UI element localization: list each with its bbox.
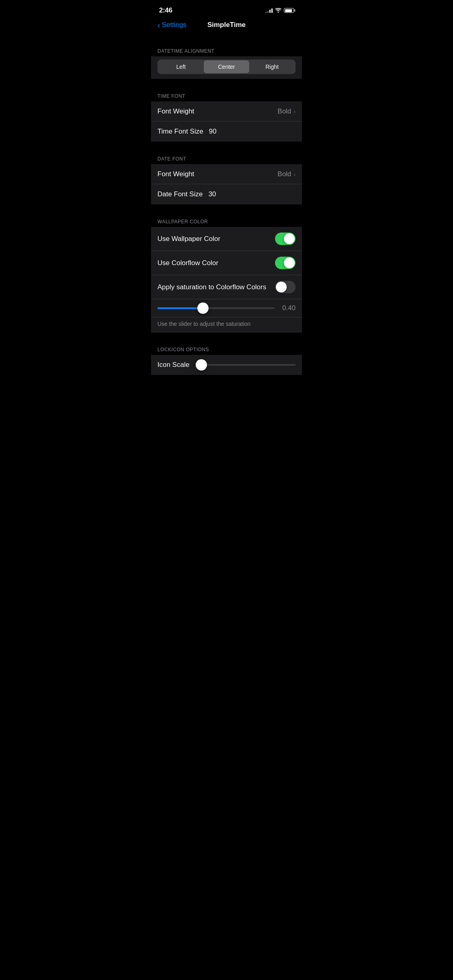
time-font-weight-row[interactable]: Font Weight Bold ›: [151, 101, 302, 121]
spacer-4: [151, 204, 302, 212]
toggle-thumb: [284, 233, 295, 244]
spacer-5: [151, 332, 302, 340]
alignment-segment-control[interactable]: Left Center Right: [157, 60, 296, 74]
date-font-size-label: Date Font Size 30: [157, 190, 216, 198]
nav-bar: ‹ Settings SimpleTime: [151, 18, 302, 34]
back-label: Settings: [162, 21, 186, 29]
signal-icon: [265, 8, 273, 13]
use-colorflow-row: Use Colorflow Color: [151, 251, 302, 275]
icon-scale-thumb[interactable]: [196, 359, 207, 371]
datetime-alignment-group: Left Center Right: [151, 56, 302, 79]
chevron-right-icon: ›: [294, 108, 296, 115]
page-title: SimpleTime: [207, 21, 246, 29]
icon-scale-row: Icon Scale: [151, 355, 302, 375]
wallpaper-color-group: Use Wallpaper Color Use Colorflow Color …: [151, 227, 302, 332]
back-button[interactable]: ‹ Settings: [157, 21, 186, 29]
spacer-3: [151, 142, 302, 150]
saturation-slider-fill: [157, 307, 202, 309]
time-font-group: Font Weight Bold › Time Font Size 90: [151, 101, 302, 142]
icon-scale-slider[interactable]: [199, 364, 296, 366]
status-bar: 2:46: [151, 0, 302, 18]
lockicon-options-group: Icon Scale: [151, 355, 302, 375]
saturation-slider-track[interactable]: [157, 307, 275, 309]
saturation-slider-thumb[interactable]: [197, 303, 209, 314]
alignment-right-option[interactable]: Right: [249, 60, 295, 73]
apply-saturation-toggle[interactable]: [275, 281, 296, 293]
date-font-group: Font Weight Bold › Date Font Size 30: [151, 164, 302, 204]
use-wallpaper-row: Use Wallpaper Color: [151, 227, 302, 251]
chevron-right-icon-2: ›: [294, 171, 296, 177]
spacer-1: [151, 34, 302, 42]
use-colorflow-label: Use Colorflow Color: [157, 259, 218, 267]
date-font-header: DATE FONT: [151, 150, 302, 164]
use-colorflow-toggle[interactable]: [275, 257, 296, 269]
saturation-slider-hint: Use the slider to adjust the saturation: [151, 317, 302, 332]
lockicon-options-header: LOCKICON OPTIONS: [151, 340, 302, 355]
time-font-size-row: Time Font Size 90: [151, 121, 302, 142]
time-font-header: TIME FONT: [151, 87, 302, 101]
alignment-center-option[interactable]: Center: [204, 60, 249, 73]
battery-icon: [284, 8, 294, 13]
date-font-weight-label: Font Weight: [157, 170, 194, 178]
status-icons: [265, 8, 294, 13]
datetime-alignment-header: DATETIME ALIGNMENT: [151, 42, 302, 56]
wifi-icon: [275, 8, 281, 13]
use-wallpaper-label: Use Wallpaper Color: [157, 235, 220, 243]
time-font-weight-value: Bold ›: [277, 107, 296, 115]
use-wallpaper-toggle[interactable]: [275, 233, 296, 245]
icon-scale-track: [199, 364, 296, 366]
saturation-slider-value: 0.40: [279, 304, 296, 312]
saturation-slider-container: 0.40: [157, 304, 296, 312]
icon-scale-label: Icon Scale: [157, 361, 194, 369]
date-font-weight-value: Bold ›: [277, 170, 296, 178]
spacer-2: [151, 79, 302, 87]
time-font-size-label: Time Font Size 90: [157, 128, 217, 136]
date-font-weight-row[interactable]: Font Weight Bold ›: [151, 164, 302, 184]
back-chevron-icon: ‹: [157, 21, 160, 29]
wallpaper-color-header: WALLPAPER COLOR: [151, 212, 302, 227]
status-time: 2:46: [159, 6, 172, 14]
date-font-size-row: Date Font Size 30: [151, 184, 302, 204]
time-font-weight-label: Font Weight: [157, 107, 194, 115]
toggle-thumb-3: [276, 282, 287, 292]
toggle-thumb-2: [284, 257, 295, 268]
apply-saturation-row: Apply saturation to Colorflow Colors: [151, 275, 302, 299]
apply-saturation-label: Apply saturation to Colorflow Colors: [157, 283, 266, 291]
svg-point-0: [278, 12, 279, 13]
alignment-left-option[interactable]: Left: [158, 60, 204, 73]
saturation-slider-row: 0.40: [151, 299, 302, 317]
